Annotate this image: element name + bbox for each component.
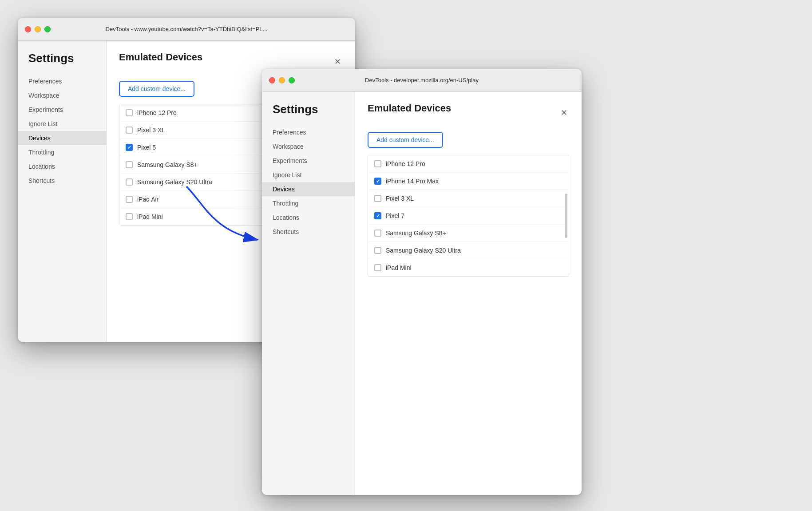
sidebar-item-workspace-1[interactable]: Workspace [18,88,106,103]
settings-layout-2: Settings Preferences Workspace Experimen… [262,92,582,495]
device-checkbox-ipadmini-2[interactable] [374,264,381,271]
device-label-pixel3xl-2: Pixel 3 XL [386,195,414,202]
sidebar-item-devices-2[interactable]: Devices [262,182,355,196]
emulated-devices-title-2: Emulated Devices [368,103,451,114]
devices-list-2: iPhone 12 Pro iPhone 14 Pro Max Pixel 3 … [368,155,569,277]
titlebar-2: DevTools - developer.mozilla.org/en-US/p… [262,69,582,92]
emulated-devices-title-1: Emulated Devices [119,51,202,63]
sidebar-item-experiments-1[interactable]: Experiments [18,103,106,117]
device-checkbox-pixel5-1[interactable] [126,144,133,151]
sidebar-item-preferences-2[interactable]: Preferences [262,125,355,139]
device-item-galaxys20-2[interactable]: Samsung Galaxy S20 Ultra [368,242,569,259]
device-label-ipadmini-1: iPad Mini [137,213,163,220]
device-checkbox-iphone12pro-2[interactable] [374,160,381,167]
device-item-galaxys8-2[interactable]: Samsung Galaxy S8+ [368,225,569,242]
sidebar-item-throttling-2[interactable]: Throttling [262,196,355,210]
window-title-2: DevTools - developer.mozilla.org/en-US/p… [365,77,479,83]
add-custom-device-button-1[interactable]: Add custom device... [119,81,194,97]
device-label-galaxys8-1: Samsung Galaxy S8+ [137,161,198,168]
device-item-pixel3xl-2[interactable]: Pixel 3 XL [368,190,569,207]
device-checkbox-iphone12pro-1[interactable] [126,109,133,116]
sidebar-item-workspace-2[interactable]: Workspace [262,139,355,154]
close-button-panel-1[interactable]: ✕ [332,56,343,67]
device-checkbox-galaxys8-2[interactable] [374,230,381,237]
settings-main-2: Emulated Devices ✕ Add custom device... … [355,92,582,495]
device-checkbox-galaxys8-1[interactable] [126,161,133,168]
close-button-panel-2[interactable]: ✕ [558,107,569,118]
device-checkbox-galaxys20-1[interactable] [126,178,133,186]
settings-heading-2: Settings [262,103,355,125]
device-checkbox-galaxys20-2[interactable] [374,247,381,254]
device-label-pixel3xl-1: Pixel 3 XL [137,127,165,134]
device-checkbox-ipadmini-1[interactable] [126,213,133,220]
sidebar-item-shortcuts-1[interactable]: Shortcuts [18,174,106,188]
device-checkbox-iphone14promax-2[interactable] [374,178,381,185]
device-label-galaxys20-2: Samsung Galaxy S20 Ultra [386,247,461,254]
window-title-1: DevTools - www.youtube.com/watch?v=Ta-YT… [106,26,268,32]
scrollbar-track-2[interactable] [564,155,568,276]
window-2[interactable]: DevTools - developer.mozilla.org/en-US/p… [262,69,582,495]
device-label-iphone12pro-2: iPhone 12 Pro [386,160,425,167]
titlebar-1: DevTools - www.youtube.com/watch?v=Ta-YT… [18,18,355,41]
settings-heading-1: Settings [18,51,106,74]
device-checkbox-pixel3xl-2[interactable] [374,195,381,202]
traffic-lights-2[interactable] [269,77,295,83]
sidebar-item-devices-1[interactable]: Devices [18,131,106,145]
devices-list-items-2: iPhone 12 Pro iPhone 14 Pro Max Pixel 3 … [368,155,569,276]
fullscreen-button-2[interactable] [289,77,295,83]
device-checkbox-pixel7-2[interactable] [374,212,381,219]
settings-sidebar-2: Settings Preferences Workspace Experimen… [262,92,355,495]
device-label-iphone14promax-2: iPhone 14 Pro Max [386,178,439,185]
sidebar-item-shortcuts-2[interactable]: Shortcuts [262,225,355,239]
device-checkbox-pixel3xl-1[interactable] [126,127,133,134]
traffic-lights-1[interactable] [25,26,51,32]
add-custom-device-button-2[interactable]: Add custom device... [368,132,443,148]
minimize-button-2[interactable] [279,77,285,83]
close-button-2[interactable] [269,77,275,83]
sidebar-item-locations-2[interactable]: Locations [262,210,355,225]
device-label-galaxys20-1: Samsung Galaxy S20 Ultra [137,178,212,186]
device-item-ipadmini-2[interactable]: iPad Mini [368,259,569,276]
device-label-ipadair-1: iPad Air [137,196,158,203]
device-item-iphone12pro-2[interactable]: iPhone 12 Pro [368,155,569,173]
device-item-iphone14promax-2[interactable]: iPhone 14 Pro Max [368,173,569,190]
sidebar-item-ignorelist-2[interactable]: Ignore List [262,168,355,182]
device-checkbox-ipadair-1[interactable] [126,196,133,203]
close-button-1[interactable] [25,26,31,32]
sidebar-item-locations-1[interactable]: Locations [18,159,106,174]
device-label-ipadmini-2: iPad Mini [386,264,412,271]
device-label-pixel7-2: Pixel 7 [386,212,404,219]
fullscreen-button-1[interactable] [44,26,51,32]
device-item-pixel7-2[interactable]: Pixel 7 [368,207,569,225]
sidebar-item-experiments-2[interactable]: Experiments [262,154,355,168]
device-label-pixel5-1: Pixel 5 [137,144,156,151]
sidebar-item-throttling-1[interactable]: Throttling [18,145,106,159]
minimize-button-1[interactable] [35,26,41,32]
scrollbar-thumb-2[interactable] [565,194,567,238]
device-label-galaxys8-2: Samsung Galaxy S8+ [386,230,446,237]
device-label-iphone12pro-1: iPhone 12 Pro [137,109,177,116]
sidebar-item-ignorelist-1[interactable]: Ignore List [18,117,106,131]
sidebar-item-preferences-1[interactable]: Preferences [18,74,106,88]
settings-sidebar-1: Settings Preferences Workspace Experimen… [18,41,107,342]
